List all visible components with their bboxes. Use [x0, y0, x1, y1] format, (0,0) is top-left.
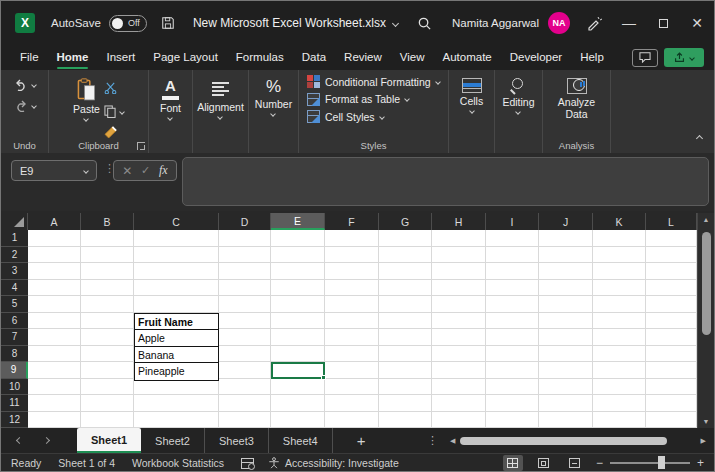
formula-input[interactable]	[182, 157, 709, 206]
select-all-corner[interactable]	[1, 213, 28, 230]
cell-E6[interactable]	[271, 313, 325, 330]
cell-K11[interactable]	[593, 395, 646, 412]
cell-E10[interactable]	[271, 379, 325, 396]
cell-H2[interactable]	[432, 247, 486, 264]
cell-G9[interactable]	[379, 362, 432, 379]
column-header-K[interactable]: K	[593, 213, 646, 230]
cell-K5[interactable]	[593, 296, 646, 313]
insert-function-icon[interactable]: fx	[159, 163, 168, 178]
cell-H4[interactable]	[432, 280, 486, 297]
cell-D10[interactable]	[219, 379, 271, 396]
cell-C5[interactable]	[134, 296, 219, 313]
cell-I12[interactable]	[486, 412, 539, 429]
cell-G6[interactable]	[379, 313, 432, 330]
cell-B11[interactable]	[81, 395, 134, 412]
alignment-button[interactable]: Alignment	[197, 76, 244, 137]
name-box[interactable]: E9	[11, 160, 97, 181]
cell-G10[interactable]	[379, 379, 432, 396]
row-header-10[interactable]: 10	[1, 379, 28, 396]
row-header-9[interactable]: 9	[1, 362, 28, 379]
scroll-left-icon[interactable]: ◀	[450, 436, 455, 445]
cell-E4[interactable]	[271, 280, 325, 297]
cell-L11[interactable]	[646, 395, 697, 412]
cell-I9[interactable]	[486, 362, 539, 379]
cell-K3[interactable]	[593, 263, 646, 280]
cell-I10[interactable]	[486, 379, 539, 396]
cell-A7[interactable]	[28, 329, 81, 346]
column-header-I[interactable]: I	[486, 213, 539, 230]
cell-J7[interactable]	[539, 329, 593, 346]
cell-L9[interactable]	[646, 362, 697, 379]
cell-H10[interactable]	[432, 379, 486, 396]
zoom-slider-handle[interactable]	[658, 456, 665, 469]
cell-I2[interactable]	[486, 247, 539, 264]
cell-B12[interactable]	[81, 412, 134, 429]
menu-tab-data[interactable]: Data	[293, 45, 335, 70]
cell-F7[interactable]	[325, 329, 379, 346]
next-sheet-icon[interactable]	[43, 437, 50, 444]
cell-A4[interactable]	[28, 280, 81, 297]
cell-L1[interactable]	[646, 230, 697, 247]
previous-sheet-icon[interactable]	[16, 437, 23, 444]
selected-cell-outline[interactable]	[271, 362, 325, 379]
row-header-2[interactable]: 2	[1, 247, 28, 264]
cell-J11[interactable]	[539, 395, 593, 412]
redo-button[interactable]	[14, 100, 36, 112]
cell-K6[interactable]	[593, 313, 646, 330]
table-cell[interactable]: Banana	[135, 347, 218, 364]
copy-button[interactable]	[104, 105, 124, 118]
cell-J2[interactable]	[539, 247, 593, 264]
cell-A11[interactable]	[28, 395, 81, 412]
cell-styles-button[interactable]: Cell Styles	[307, 110, 444, 123]
cell-A6[interactable]	[28, 313, 81, 330]
document-title[interactable]: New Microsoft Excel Worksheet.xlsx	[193, 16, 398, 30]
cell-K12[interactable]	[593, 412, 646, 429]
user-name[interactable]: Namita Aggarwal	[452, 17, 539, 29]
column-header-F[interactable]: F	[325, 213, 379, 230]
row-header-4[interactable]: 4	[1, 280, 28, 297]
paste-button[interactable]: Paste	[73, 76, 100, 137]
sheet-tab-sheet1[interactable]: Sheet1	[77, 428, 141, 453]
column-header-C[interactable]: C	[134, 213, 219, 230]
cell-B6[interactable]	[81, 313, 134, 330]
cell-K8[interactable]	[593, 346, 646, 363]
page-break-view-button[interactable]	[565, 455, 585, 471]
cell-F11[interactable]	[325, 395, 379, 412]
cell-F2[interactable]	[325, 247, 379, 264]
zoom-slider[interactable]	[610, 462, 690, 464]
workbook-statistics-button[interactable]: Workbook Statistics	[132, 457, 224, 469]
cell-E3[interactable]	[271, 263, 325, 280]
cell-E2[interactable]	[271, 247, 325, 264]
cell-H1[interactable]	[432, 230, 486, 247]
sheet-count-label[interactable]: Sheet 1 of 4	[58, 457, 115, 469]
cell-K7[interactable]	[593, 329, 646, 346]
cell-G12[interactable]	[379, 412, 432, 429]
cell-J10[interactable]	[539, 379, 593, 396]
cell-C11[interactable]	[134, 395, 219, 412]
cell-H5[interactable]	[432, 296, 486, 313]
cell-H7[interactable]	[432, 329, 486, 346]
menu-tab-automate[interactable]: Automate	[434, 45, 501, 70]
row-header-6[interactable]: 6	[1, 313, 28, 330]
cell-E5[interactable]	[271, 296, 325, 313]
cell-I6[interactable]	[486, 313, 539, 330]
cell-D9[interactable]	[219, 362, 271, 379]
clipboard-dialog-launcher-icon[interactable]	[137, 142, 145, 150]
enter-icon[interactable]: ✓	[141, 164, 150, 177]
cell-C4[interactable]	[134, 280, 219, 297]
save-icon[interactable]	[161, 16, 175, 30]
row-header-8[interactable]: 8	[1, 346, 28, 363]
cell-F1[interactable]	[325, 230, 379, 247]
cell-H9[interactable]	[432, 362, 486, 379]
collapse-ribbon-button[interactable]	[697, 127, 702, 145]
table-cell[interactable]: Apple	[135, 330, 218, 347]
cell-F4[interactable]	[325, 280, 379, 297]
editing-button[interactable]: Editing	[502, 76, 534, 137]
cell-J5[interactable]	[539, 296, 593, 313]
cell-J3[interactable]	[539, 263, 593, 280]
menu-tab-view[interactable]: View	[391, 45, 434, 70]
cell-I4[interactable]	[486, 280, 539, 297]
minimize-button[interactable]: —	[612, 1, 646, 45]
cell-I8[interactable]	[486, 346, 539, 363]
undo-button[interactable]	[14, 79, 36, 91]
